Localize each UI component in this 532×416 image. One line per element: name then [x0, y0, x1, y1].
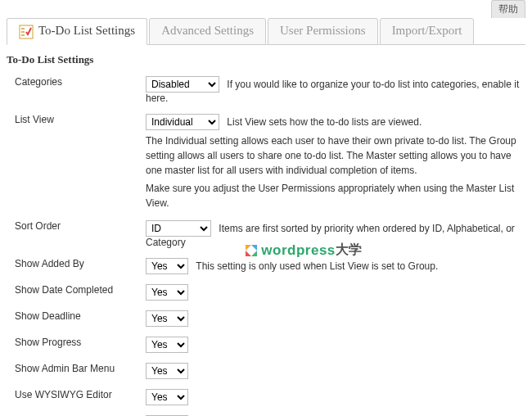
datecompleted-label: Show Date Completed: [7, 284, 146, 296]
addedby-select[interactable]: Yes: [146, 258, 188, 274]
listview-label: List View: [7, 114, 146, 125]
tab-advanced[interactable]: Advanced Settings: [149, 18, 266, 45]
sortorder-select[interactable]: ID: [146, 220, 211, 237]
progress-label: Show Progress: [7, 337, 146, 348]
datecompleted-select[interactable]: Yes: [146, 284, 188, 301]
adminbar-select[interactable]: Yes: [146, 363, 188, 379]
sortorder-label: Sort Order: [7, 220, 146, 232]
help-tab[interactable]: 帮助: [491, 0, 525, 18]
addedby-label: Show Added By: [7, 258, 146, 269]
listview-select[interactable]: Individual: [146, 114, 219, 130]
addedby-desc: This setting is only used when List View…: [196, 260, 438, 272]
listview-desc: List View sets how the to-do lists are v…: [227, 116, 422, 128]
settings-tabs: To-Do List Settings Advanced Settings Us…: [7, 18, 525, 45]
listview-desc2: The Individual setting allows each user …: [146, 133, 525, 178]
tab-permissions[interactable]: User Permissions: [268, 18, 378, 45]
tab-todo-settings[interactable]: To-Do List Settings: [7, 18, 147, 45]
categories-label: Categories: [7, 76, 146, 88]
tab-import-export[interactable]: Import/Export: [380, 18, 475, 45]
progress-select[interactable]: Yes: [146, 337, 188, 353]
deadline-select[interactable]: Yes: [146, 310, 188, 327]
wysiwyg-label: Use WYSIWYG Editor: [7, 389, 146, 400]
wysiwyg-select[interactable]: Yes: [146, 389, 188, 405]
categories-select[interactable]: Disabled: [146, 76, 219, 93]
tab-todo-label: To-Do List Settings: [38, 24, 135, 37]
adminbar-label: Show Admin Bar Menu: [7, 363, 146, 374]
deadline-label: Show Deadline: [7, 310, 146, 322]
checklist-icon: [19, 25, 34, 39]
section-title: To-Do List Settings: [7, 53, 525, 66]
listview-desc3: Make sure you adjust the User Permission…: [146, 181, 525, 210]
